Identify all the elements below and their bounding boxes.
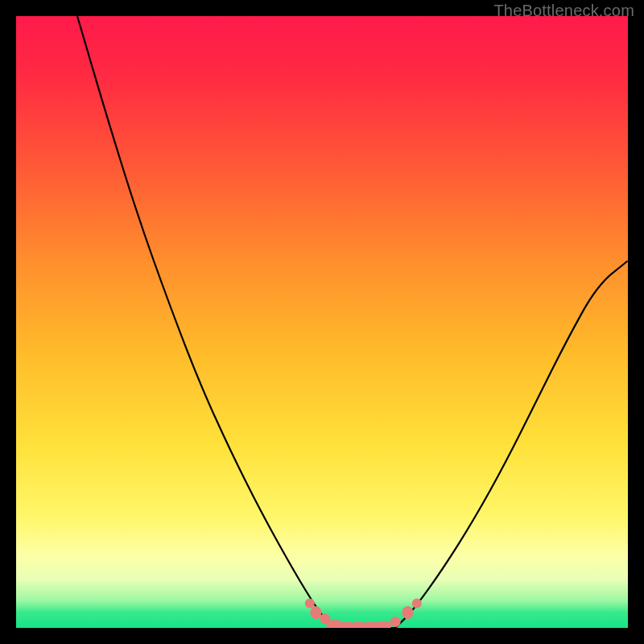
trough-marker <box>390 617 401 627</box>
bottleneck-curve <box>16 16 628 628</box>
trough-marker <box>402 606 413 619</box>
trough-marker <box>305 599 315 609</box>
trough-marker <box>375 621 391 628</box>
chart-frame: TheBottleneck.com <box>0 0 644 644</box>
bottleneck-curve-path <box>77 16 628 628</box>
trough-marker <box>310 606 321 619</box>
attribution-text: TheBottleneck.com <box>493 2 634 20</box>
plot-area <box>16 16 628 628</box>
trough-marker <box>412 599 422 609</box>
